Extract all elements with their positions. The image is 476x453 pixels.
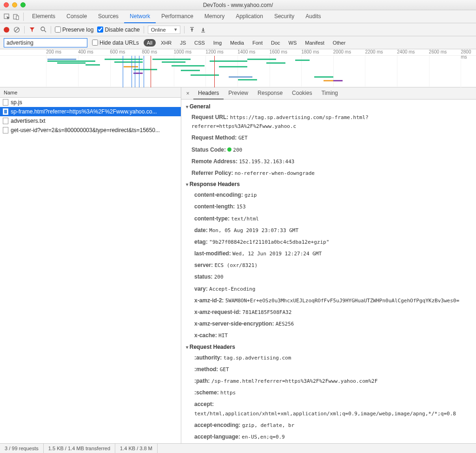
header-row: date: Mon, 05 Aug 2019 23:07:33 GMT [181, 225, 476, 236]
header-row: content-length: 153 [181, 201, 476, 213]
header-value: en-US,en;q=0.9 [242, 434, 285, 440]
header-value: Mon, 05 Aug 2019 23:07:33 GMT [209, 227, 298, 233]
header-value: /sp-frame.html?referrer=https%3A%2F%2Fww… [212, 378, 378, 384]
time-tick: 2400 ms [397, 49, 415, 54]
header-key: Referrer Policy: [192, 170, 235, 176]
main-tab-audits[interactable]: Audits [300, 10, 326, 23]
filter-icon[interactable] [28, 26, 36, 33]
detail-tab-response[interactable]: Response [253, 87, 287, 100]
header-value: HIT [218, 333, 228, 339]
svg-point-5 [41, 27, 45, 31]
header-value: GET [220, 366, 229, 373]
header-key: content-length: [194, 203, 237, 210]
throttling-dropdown[interactable]: Online▾ [148, 26, 180, 34]
upload-har-icon[interactable] [188, 26, 196, 33]
header-row: x-amz-request-id: 781AE185F508FA32 [181, 306, 476, 318]
filter-type-manifest[interactable]: Manifest [302, 39, 328, 47]
download-har-icon[interactable] [199, 26, 207, 33]
header-key: accept-encoding: [194, 422, 242, 428]
header-value: text/html [231, 216, 259, 222]
request-row[interactable]: sp-frame.html?referrer=https%3A%2F%2Fwww… [0, 107, 181, 116]
network-toolbar: Preserve log Disable cache Online▾ [0, 23, 476, 36]
filter-type-ws[interactable]: WS [285, 39, 300, 47]
file-icon [3, 108, 8, 115]
header-value: gzip, deflate, br [242, 422, 295, 428]
section-header[interactable]: Request Headers [181, 342, 476, 352]
name-column-header[interactable]: Name [0, 87, 181, 98]
header-row: Referrer Policy: no-referrer-when-downgr… [181, 167, 476, 179]
close-window-button[interactable] [4, 2, 9, 7]
minimize-window-button[interactable] [12, 2, 17, 7]
header-key: :path: [194, 378, 212, 384]
filter-type-css[interactable]: CSS [191, 39, 208, 47]
main-tab-network[interactable]: Network [124, 10, 156, 23]
header-value: 200 [233, 147, 242, 153]
filter-type-other[interactable]: Other [330, 39, 349, 47]
request-name: sp-frame.html?referrer=https%3A%2F%2Fwww… [11, 108, 157, 115]
detail-tab-headers[interactable]: Headers [193, 87, 224, 100]
time-tick: 800 ms [142, 49, 157, 54]
header-key: :authority: [194, 354, 224, 361]
header-key: Status Code: [192, 147, 227, 153]
time-tick: 600 ms [110, 49, 126, 54]
section-header[interactable]: Response Headers [181, 179, 476, 189]
disable-cache-checkbox[interactable]: Disable cache [97, 27, 139, 33]
filter-type-js[interactable]: JS [177, 39, 189, 47]
header-row: accept-encoding: gzip, deflate, br [181, 420, 476, 431]
filter-type-all[interactable]: All [144, 39, 156, 47]
filter-type-doc[interactable]: Doc [268, 39, 284, 47]
header-key: :method: [194, 366, 220, 373]
main-tab-elements[interactable]: Elements [26, 10, 61, 23]
requests-pane: Name sp.jssp-frame.html?referrer=https%3… [0, 87, 181, 443]
status-transferred: 1.5 KB / 1.4 MB transferred [44, 444, 115, 453]
request-row[interactable]: get-user-id?ver=2&s=800000003&type=redir… [0, 126, 181, 135]
header-key: vary: [194, 286, 209, 292]
preserve-log-checkbox[interactable]: Preserve log [55, 27, 93, 33]
main-tab-memory[interactable]: Memory [199, 10, 230, 23]
svg-rect-2 [16, 16, 19, 20]
filter-type-font[interactable]: Font [249, 39, 266, 47]
request-row[interactable]: sp.js [0, 98, 181, 107]
close-details-icon[interactable]: × [184, 90, 192, 97]
main-tab-sources[interactable]: Sources [93, 10, 124, 23]
header-key: server: [194, 262, 214, 268]
header-value: 153 [237, 204, 246, 210]
hide-data-urls-checkbox[interactable]: Hide data URLs [92, 40, 139, 46]
filter-type-media[interactable]: Media [227, 39, 247, 47]
record-button[interactable] [4, 27, 9, 33]
waterfall-overview[interactable]: 200 ms400 ms600 ms800 ms1000 ms1200 ms14… [0, 49, 476, 87]
clear-icon[interactable] [13, 26, 20, 33]
header-value: 5WAM8ON+Er+eOSz0u3MhcxUEJLzoqROfFvF5uJ9H… [225, 298, 459, 304]
inspect-element-icon[interactable] [3, 13, 11, 21]
main-tab-security[interactable]: Security [269, 10, 300, 23]
header-row: x-amz-server-side-encryption: AES256 [181, 318, 476, 330]
header-row: cache-control: no-cache [181, 443, 476, 443]
header-row: Status Code: 200 [181, 144, 476, 156]
detail-tab-timing[interactable]: Timing [317, 87, 343, 100]
header-row: content-encoding: gzip [181, 189, 476, 201]
detail-tab-cookies[interactable]: Cookies [287, 87, 317, 100]
zoom-window-button[interactable] [20, 2, 26, 7]
main-tab-performance[interactable]: Performance [156, 10, 199, 23]
header-row: etag: "9b27f08842ec1f21101a0bc4c5dba12e+… [181, 236, 476, 248]
header-value: gzip [245, 192, 257, 198]
header-row: accept-language: en-US,en;q=0.9 [181, 431, 476, 443]
filter-type-xhr[interactable]: XHR [158, 39, 175, 47]
request-row[interactable]: advertisers.txt [0, 116, 181, 126]
headers-content[interactable]: GeneralRequest URL: https://tag.sp.adver… [181, 100, 476, 443]
device-toolbar-icon[interactable] [12, 13, 20, 21]
filter-type-img[interactable]: Img [210, 39, 225, 47]
time-tick: 1200 ms [205, 49, 223, 54]
header-key: x-amz-id-2: [194, 297, 225, 304]
request-name: advertisers.txt [11, 118, 46, 124]
svg-line-4 [15, 28, 19, 32]
detail-tab-preview[interactable]: Preview [224, 87, 253, 100]
search-icon[interactable] [40, 26, 47, 33]
filter-input[interactable] [4, 38, 87, 47]
main-tab-application[interactable]: Application [230, 10, 269, 23]
time-tick: 1000 ms [174, 49, 192, 54]
main-tab-console[interactable]: Console [61, 10, 93, 23]
header-value: AES256 [276, 321, 294, 327]
section-header[interactable]: General [181, 101, 476, 112]
header-value: Wed, 12 Jun 2019 12:27:24 GMT [232, 251, 322, 257]
